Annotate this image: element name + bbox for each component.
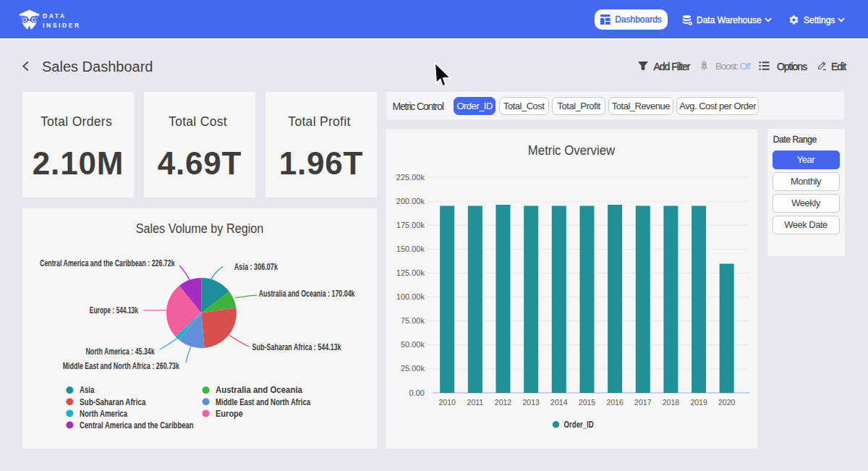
- svg-text:150.00k: 150.00k: [396, 245, 425, 253]
- svg-text:Order_ID: Order_ID: [564, 420, 594, 430]
- svg-text:100.00k: 100.00k: [396, 292, 425, 301]
- svg-text:2018: 2018: [663, 398, 680, 407]
- svg-text:2012: 2012: [495, 398, 512, 407]
- svg-text:2015: 2015: [579, 398, 596, 407]
- svg-text:50.00k: 50.00k: [401, 340, 425, 349]
- svg-text:Australia and Oceania: Australia and Oceania: [216, 385, 302, 395]
- svg-text:Asia: Asia: [80, 385, 95, 395]
- svg-text:Central America and the Caribb: Central America and the Caribbean : 226.…: [40, 258, 175, 268]
- svg-text:Asia : 306.07k: Asia : 306.07k: [234, 262, 278, 272]
- svg-text:2011: 2011: [467, 398, 484, 407]
- svg-text:Central America and the Caribb: Central America and the Caribbean: [80, 420, 194, 430]
- svg-text:2019: 2019: [690, 398, 707, 407]
- svg-text:2020: 2020: [718, 398, 736, 407]
- svg-text:Middle East and North Africa :: Middle East and North Africa : 260.73k: [63, 361, 180, 371]
- svg-text:North America: North America: [80, 409, 127, 419]
- svg-text:25.00k: 25.00k: [401, 364, 425, 373]
- svg-text:200.00k: 200.00k: [396, 197, 425, 205]
- svg-text:Europe : 544.13k: Europe : 544.13k: [90, 305, 138, 315]
- svg-text:225.00k: 225.00k: [396, 173, 425, 182]
- svg-text:Australia and Oceania : 170.04: Australia and Oceania : 170.04k: [259, 289, 355, 299]
- svg-text:Sub-Saharan Africa: Sub-Saharan Africa: [80, 397, 146, 407]
- svg-text:Sub-Saharan Africa : 544.13k: Sub-Saharan Africa : 544.13k: [252, 342, 341, 352]
- svg-text:175.00k: 175.00k: [396, 221, 425, 229]
- svg-text:0.00: 0.00: [409, 389, 425, 397]
- svg-text:125.00k: 125.00k: [396, 268, 425, 277]
- svg-text:75.00k: 75.00k: [401, 316, 425, 325]
- svg-text:North America : 45.34k: North America : 45.34k: [85, 347, 154, 357]
- svg-text:2013: 2013: [523, 398, 540, 407]
- svg-text:2010: 2010: [439, 398, 456, 407]
- svg-text:Europe: Europe: [216, 409, 243, 419]
- svg-text:Metric Overview: Metric Overview: [528, 143, 616, 158]
- svg-text:Middle East and North Africa: Middle East and North Africa: [216, 397, 310, 407]
- svg-text:Sales Volume by Region: Sales Volume by Region: [136, 221, 264, 236]
- svg-text:2017: 2017: [634, 398, 652, 407]
- svg-text:2016: 2016: [606, 398, 624, 407]
- svg-text:2014: 2014: [550, 398, 568, 407]
